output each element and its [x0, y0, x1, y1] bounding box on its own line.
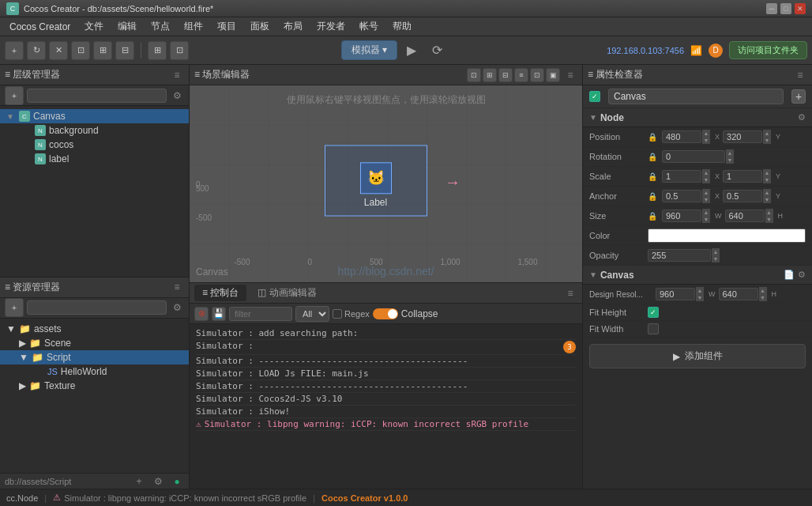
design-h-input[interactable] [719, 288, 758, 300]
scene-toolbar-btn4[interactable]: ≡ [514, 68, 528, 82]
node-section-settings[interactable]: ⚙ [798, 112, 806, 123]
fit-height-checkbox[interactable]: ✓ [648, 307, 659, 318]
size-h-up[interactable]: ▲ [765, 209, 773, 216]
anchor-x-up[interactable]: ▲ [702, 189, 710, 196]
transform-button[interactable]: ⊟ [115, 41, 134, 60]
scale-tool-button[interactable]: ⊡ [71, 41, 90, 60]
menu-edit[interactable]: 编辑 [111, 18, 143, 35]
asset-script-folder[interactable]: ▼ 📁 Script [0, 350, 189, 364]
asset-helloworld-file[interactable]: JS HelloWorld [0, 364, 189, 379]
anchor-y-up[interactable]: ▲ [763, 189, 771, 196]
scale-x-up[interactable]: ▲ [702, 169, 710, 176]
scale-x-input[interactable] [662, 170, 701, 183]
opacity-down[interactable]: ▼ [712, 255, 720, 262]
size-w-up[interactable]: ▲ [702, 209, 710, 216]
color-swatch[interactable] [648, 228, 806, 243]
size-w-input[interactable] [662, 210, 701, 222]
console-level-select[interactable]: All [295, 306, 329, 322]
tab-animation[interactable]: ◫ 动画编辑器 [250, 285, 324, 301]
position-x-down[interactable]: ▼ [702, 137, 710, 144]
assets-add-button[interactable]: + [5, 298, 24, 317]
node-active-checkbox[interactable]: ✓ [589, 91, 600, 102]
anchor-y-down[interactable]: ▼ [763, 196, 771, 203]
tree-node-background[interactable]: N background [0, 123, 189, 138]
menu-layout[interactable]: 布局 [277, 18, 309, 35]
assets-filter-icon[interactable]: ⚙ [170, 300, 184, 315]
scene-canvas[interactable]: 使用鼠标右键平移视图焦点，使用滚轮缩放视图 500 0 -500 -500 0 … [190, 85, 582, 282]
menu-node[interactable]: 节点 [145, 18, 176, 35]
rotation-input[interactable] [662, 150, 725, 163]
scene-menu-icon[interactable]: ≡ [563, 68, 577, 82]
position-y-up[interactable]: ▲ [763, 130, 771, 137]
console-clear-button[interactable]: ⊗ [194, 307, 209, 321]
design-h-up[interactable]: ▲ [759, 287, 767, 294]
minimize-button[interactable]: ─ [766, 3, 777, 14]
hierarchy-filter-icon[interactable]: ⚙ [170, 89, 184, 103]
scale-y-up[interactable]: ▲ [763, 169, 771, 176]
tab-console[interactable]: ≡ 控制台 [194, 285, 246, 301]
assets-menu-icon[interactable]: ≡ [170, 280, 184, 294]
hierarchy-add-button[interactable]: + [5, 86, 24, 105]
opacity-up[interactable]: ▲ [712, 248, 720, 255]
scene-toolbar-btn6[interactable]: ▣ [546, 68, 560, 82]
notification-badge[interactable]: D [709, 43, 723, 58]
node-name-input[interactable] [608, 89, 784, 104]
menu-account[interactable]: 帐号 [353, 18, 385, 35]
position-x-input[interactable] [662, 130, 701, 143]
console-menu-icon[interactable]: ≡ [563, 286, 577, 300]
visit-folder-button[interactable]: 访问项目文件夹 [729, 41, 807, 59]
move-tool-button[interactable]: ↻ [27, 41, 46, 60]
node-section-header[interactable]: ▼ Node ⚙ [583, 108, 812, 127]
fit-width-checkbox[interactable] [648, 323, 659, 334]
size-h-input[interactable] [725, 210, 765, 222]
console-filter-input[interactable] [229, 307, 292, 321]
canvas-scene-element[interactable]: 🐱 Label [325, 145, 427, 216]
add-node-button[interactable]: + [5, 41, 24, 60]
assets-create-icon[interactable]: + [132, 474, 146, 489]
rotation-down[interactable]: ▼ [726, 157, 734, 164]
tree-node-cocos[interactable]: N cocos [0, 138, 189, 152]
design-w-up[interactable]: ▲ [696, 287, 704, 294]
scene-toolbar-btn1[interactable]: ⊡ [467, 68, 481, 82]
scene-toolbar-btn3[interactable]: ⊟ [498, 68, 513, 82]
assets-search-input[interactable] [27, 300, 167, 315]
close-button[interactable]: ✕ [795, 3, 806, 14]
menu-component[interactable]: 组件 [178, 18, 209, 35]
asset-scene-folder[interactable]: ▶ 📁 Scene [0, 336, 189, 350]
menu-cocos-creator[interactable]: Cocos Creator [3, 20, 77, 34]
position-y-input[interactable] [723, 130, 762, 143]
menu-developer[interactable]: 开发者 [310, 18, 351, 35]
menu-file[interactable]: 文件 [78, 18, 110, 35]
play-button[interactable]: ▶ [400, 40, 423, 62]
rect-tool-button[interactable]: ⊞ [93, 41, 112, 60]
asset-assets-folder[interactable]: ▼ 📁 assets [0, 322, 189, 336]
canvas-script-icon[interactable]: 📄 [784, 270, 795, 280]
position-x-up[interactable]: ▲ [702, 130, 710, 137]
position-y-down[interactable]: ▼ [763, 137, 771, 144]
tree-node-canvas[interactable]: ▼ C Canvas [0, 109, 189, 123]
console-save-button[interactable]: 💾 [212, 307, 226, 321]
scale-y-input[interactable] [723, 170, 762, 183]
hierarchy-search-input[interactable] [27, 89, 167, 103]
snap-button[interactable]: ⊡ [170, 41, 189, 60]
anchor-x-down[interactable]: ▼ [702, 196, 710, 203]
opacity-input[interactable] [648, 249, 711, 262]
menu-project[interactable]: 项目 [211, 18, 242, 35]
anchor-y-input[interactable] [723, 190, 762, 202]
design-h-down[interactable]: ▼ [759, 294, 767, 301]
size-h-down[interactable]: ▼ [765, 216, 773, 223]
tree-node-label[interactable]: N label [0, 152, 189, 166]
simulator-button[interactable]: 模拟器 ▾ [341, 40, 397, 60]
collapse-switch[interactable] [373, 308, 398, 319]
hierarchy-menu-icon[interactable]: ≡ [170, 68, 184, 82]
asset-texture-folder[interactable]: ▶ 📁 Texture [0, 379, 189, 393]
rotate-tool-button[interactable]: ✕ [49, 41, 68, 60]
design-w-input[interactable] [656, 288, 695, 300]
canvas-section-header[interactable]: ▼ Canvas 📄 ⚙ [583, 266, 812, 285]
scale-x-down[interactable]: ▼ [702, 176, 710, 183]
rotation-up[interactable]: ▲ [726, 149, 734, 157]
design-w-down[interactable]: ▼ [696, 294, 704, 301]
grid-button[interactable]: ⊞ [148, 41, 167, 60]
scene-toolbar-btn2[interactable]: ⊞ [483, 68, 497, 82]
assets-info-icon[interactable]: ● [170, 474, 184, 489]
